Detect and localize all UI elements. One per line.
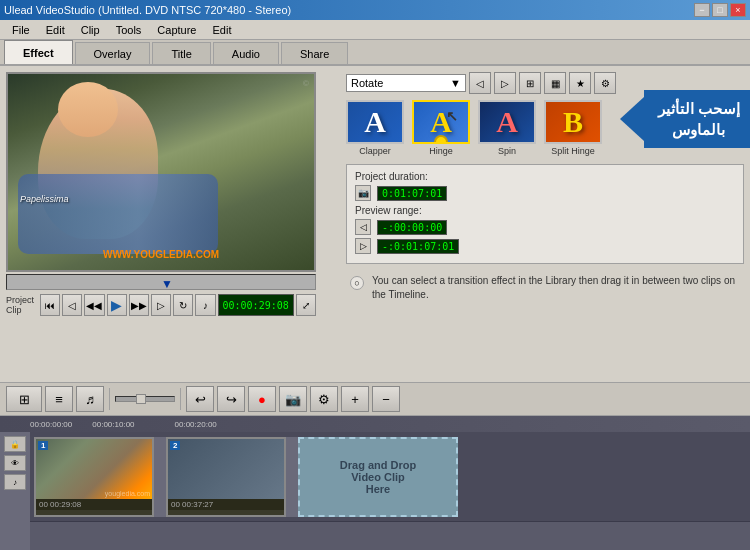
app-window: Ulead VideoStudio (Untitled. DVD NTSC 72… (0, 0, 750, 550)
timeline-area: 00:00:00:00 00:00:10:00 00:00:20:00 🔒 👁 … (0, 416, 750, 550)
playback-controls: Project Clip ⏮ ◁ ◀◀ ▶ ▶▶ ▷ ↻ ♪ 00:00:29:… (6, 294, 316, 316)
ruler-mark-1: 00:00:00:00 (30, 420, 72, 429)
close-button[interactable]: × (730, 3, 746, 17)
tab-title[interactable]: Title (152, 42, 210, 64)
next-frame-button[interactable]: ▷ (151, 294, 171, 316)
preview-end-icon: ▷ (355, 238, 371, 254)
preview-range-label: Preview range: (355, 205, 735, 216)
clip-label: Clip (6, 305, 34, 315)
effect-split-hinge[interactable]: B Split Hinge (544, 100, 602, 156)
info-area: ○ You can select a transition effect in … (346, 270, 744, 306)
maximize-button[interactable]: □ (712, 3, 728, 17)
clapper-letter: A (364, 105, 386, 139)
audio-mix-button[interactable]: ♬ (76, 386, 104, 412)
toolbar-strip: ⊞ ≡ ♬ ↩ ↪ ● 📷 ⚙ + − (0, 382, 750, 416)
play-start-button[interactable]: ⏮ (40, 294, 60, 316)
zoom-out-button[interactable]: − (372, 386, 400, 412)
drop-zone-text: Drag and DropVideo ClipHere (340, 459, 416, 495)
track-audio-button[interactable]: ♪ (4, 474, 26, 490)
record-button[interactable]: ● (248, 386, 276, 412)
fast-forward-button[interactable]: ▶▶ (129, 294, 149, 316)
menu-tools[interactable]: Tools (108, 22, 150, 38)
clip-2[interactable]: 2 00 00:37:27 (166, 437, 286, 517)
storyboard-button[interactable]: ⊞ (6, 386, 42, 412)
clip-2-label: 00 00:37:27 (168, 499, 284, 510)
arrow-callout: إسحب التأثير بالماوس (620, 90, 750, 148)
left-panel: © Papelissima WWW.YOUGLEDIA.COM ▼ Projec… (0, 66, 340, 382)
track-vis-button[interactable]: 👁 (4, 455, 26, 471)
effect-next-button[interactable]: ▷ (494, 72, 516, 94)
info-text: You can select a transition effect in th… (372, 274, 740, 302)
effect-dropdown[interactable]: Rotate ▼ (346, 74, 466, 92)
menu-file[interactable]: File (4, 22, 38, 38)
track-lock-button[interactable]: 🔒 (4, 436, 26, 452)
tab-share[interactable]: Share (281, 42, 348, 64)
scrubber-bar[interactable]: ▼ (6, 274, 316, 290)
duration-icon: 📷 (355, 185, 371, 201)
effect-hinge[interactable]: A ↖ Hinge (412, 100, 470, 156)
clip-1[interactable]: 1 yougledia.com 00 00:29:08 (34, 437, 154, 517)
strip-separator-2 (180, 388, 181, 410)
clip-1-number: 1 (38, 441, 48, 450)
callout-text: إسحب التأثير بالماوس (644, 90, 750, 148)
menu-edit2[interactable]: Edit (204, 22, 239, 38)
clip-2-image: 2 (168, 439, 284, 499)
info-icon: ○ (350, 276, 364, 290)
rewind-button[interactable]: ◀◀ (84, 294, 104, 316)
tab-audio[interactable]: Audio (213, 42, 279, 64)
dropdown-arrow-icon: ▼ (450, 77, 461, 89)
tab-overlay[interactable]: Overlay (75, 42, 151, 64)
prev-frame-button[interactable]: ◁ (62, 294, 82, 316)
audio-button[interactable]: ♪ (195, 294, 215, 316)
drop-zone[interactable]: Drag and DropVideo ClipHere (298, 437, 458, 517)
minimize-button[interactable]: − (694, 3, 710, 17)
options-button[interactable]: ⚙ (594, 72, 616, 94)
callout-arrow-icon (620, 97, 644, 141)
watermark-text: © (303, 79, 309, 88)
zoom-in-button[interactable]: + (341, 386, 369, 412)
timeline-track-area: 🔒 👁 ♪ 1 yougledia.com 00 00:29 (0, 432, 750, 550)
undo-button[interactable]: ↩ (186, 386, 214, 412)
snapshot-button[interactable]: 📷 (279, 386, 307, 412)
split-thumbnail: B (544, 100, 602, 144)
tab-effect[interactable]: Effect (4, 40, 73, 64)
redo-button[interactable]: ↪ (217, 386, 245, 412)
content-row: © Papelissima WWW.YOUGLEDIA.COM ▼ Projec… (0, 66, 750, 382)
menu-edit[interactable]: Edit (38, 22, 73, 38)
effect-clapper[interactable]: A Clapper (346, 100, 404, 156)
track-controls: 🔒 👁 ♪ (0, 432, 30, 550)
cursor-dot (434, 135, 448, 144)
effect-tiles-row: A Clapper A ↖ Hinge A (346, 100, 744, 156)
play-button[interactable]: ▶ (107, 294, 127, 316)
expand-button[interactable]: ⤢ (296, 294, 316, 316)
hinge-thumbnail: A ↖ (412, 100, 470, 144)
filter-button[interactable]: ▦ (544, 72, 566, 94)
zoom-slider[interactable] (115, 396, 175, 402)
grid-view-button[interactable]: ⊞ (519, 72, 541, 94)
dropdown-label: Rotate (351, 77, 383, 89)
zoom-thumb[interactable] (136, 394, 146, 404)
loop-button[interactable]: ↻ (173, 294, 193, 316)
project-duration-label: Project duration: (355, 171, 445, 182)
clip-1-time: 00 00:29:08 (39, 500, 81, 509)
clapper-thumbnail: A (346, 100, 404, 144)
clip-2-number: 2 (170, 441, 180, 450)
effect-prev-button[interactable]: ◁ (469, 72, 491, 94)
video-preview: © Papelissima WWW.YOUGLEDIA.COM (6, 72, 316, 272)
menu-clip[interactable]: Clip (73, 22, 108, 38)
split-label: Split Hinge (551, 146, 595, 156)
project-duration-value: 0:01:07:01 (377, 186, 447, 201)
project-duration-row: Project duration: (355, 171, 735, 182)
menu-capture[interactable]: Capture (149, 22, 204, 38)
effect-spin[interactable]: A Spin (478, 100, 536, 156)
spin-letter: A (496, 105, 518, 139)
timeline-button[interactable]: ≡ (45, 386, 73, 412)
menu-bar: File Edit Clip Tools Capture Edit (0, 20, 750, 40)
video-frame: © (8, 74, 314, 270)
right-panel: Rotate ▼ ◁ ▷ ⊞ ▦ ★ ⚙ A Clapper (340, 66, 750, 382)
ruler-mark-3: 00:00:20:00 (175, 420, 217, 429)
star-button[interactable]: ★ (569, 72, 591, 94)
clip-1-label: 00 00:29:08 (36, 499, 152, 510)
settings-button[interactable]: ⚙ (310, 386, 338, 412)
spin-label: Spin (498, 146, 516, 156)
